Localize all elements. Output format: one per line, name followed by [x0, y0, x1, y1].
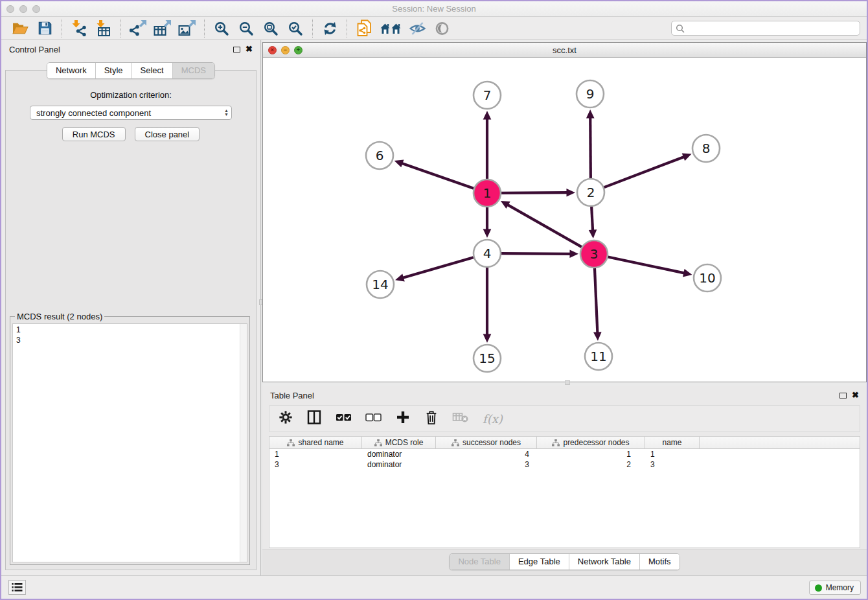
edge-arrowhead	[683, 269, 692, 277]
table-row[interactable]: 3dominator323	[269, 459, 860, 470]
column-label: predecessor nodes	[563, 438, 629, 447]
memory-button[interactable]: Memory	[809, 581, 861, 595]
float-panel-icon[interactable]	[839, 393, 847, 398]
select-all-button[interactable]	[336, 412, 352, 425]
close-panel-button[interactable]: Close panel	[135, 127, 200, 141]
graph-edge-3-10[interactable]	[608, 257, 685, 273]
tab-style[interactable]: Style	[95, 63, 131, 78]
open-session-button[interactable]	[10, 19, 30, 38]
result-line: 1	[16, 325, 244, 335]
table-toolbar: f(x)	[269, 405, 860, 432]
column-header-shared-name[interactable]: shared name	[269, 437, 362, 448]
graph-edge-2-9[interactable]	[590, 117, 591, 178]
table-cell[interactable]: 2	[537, 459, 645, 470]
houses-button[interactable]	[379, 19, 402, 38]
run-mcds-button[interactable]: Run MCDS	[62, 127, 126, 141]
close-panel-icon[interactable]: ✖	[246, 45, 253, 53]
hide-selected-button[interactable]	[407, 19, 427, 38]
result-scrollbar[interactable]	[240, 324, 247, 562]
column-label: shared name	[298, 438, 343, 447]
tab-network[interactable]: Network	[47, 63, 95, 78]
graph-edge-3-1[interactable]	[507, 205, 582, 248]
table-cell[interactable]: 3	[269, 459, 362, 470]
window-titlebar: Session: New Session	[1, 1, 867, 17]
table-cell[interactable]: 1	[645, 449, 700, 459]
export-image-button[interactable]	[177, 19, 197, 38]
network-window-titlebar: × − + scc.txt	[263, 43, 866, 58]
table-cell[interactable]: 4	[436, 449, 537, 459]
criterion-select[interactable]: strongly connected component ▲▼	[30, 106, 232, 120]
result-line: 3	[16, 335, 244, 345]
list-icon	[12, 583, 23, 592]
tab-node-table[interactable]: Node Table	[450, 554, 509, 570]
mcds-result-text[interactable]: 13	[12, 323, 247, 562]
graph-edge-2-3[interactable]	[591, 207, 593, 231]
table-cell[interactable]: 1	[269, 449, 362, 459]
zoom-out-button[interactable]	[236, 19, 256, 38]
table-cell[interactable]: 3	[436, 459, 537, 470]
table-panel-header: Table Panel ✖	[262, 386, 867, 402]
column-header-successor-nodes[interactable]: successor nodes	[436, 437, 537, 448]
attribute-tree-icon	[374, 439, 382, 446]
table-cell[interactable]: 3	[645, 459, 700, 470]
edge-arrowhead	[483, 111, 492, 120]
graph-edge-4-3[interactable]	[501, 253, 571, 254]
table-cell[interactable]: dominator	[362, 449, 436, 459]
import-table-button[interactable]	[94, 19, 113, 38]
export-table-button[interactable]	[153, 19, 172, 38]
duplicate-network-button[interactable]	[354, 19, 374, 38]
column-header-name[interactable]: name	[645, 437, 700, 448]
table-cell[interactable]: dominator	[362, 459, 436, 470]
function-builder-button[interactable]: f(x)	[483, 412, 503, 426]
graph-edge-2-8[interactable]	[604, 157, 685, 187]
delete-row-button[interactable]	[424, 410, 439, 428]
table-cell[interactable]: 1	[537, 449, 645, 459]
export-network-button[interactable]	[128, 19, 148, 38]
graph-node-label: 8	[702, 141, 711, 156]
tab-edge-table[interactable]: Edge Table	[509, 554, 569, 570]
zoom-selected-button[interactable]	[286, 19, 305, 38]
import-network-button[interactable]	[69, 19, 89, 38]
close-panel-icon[interactable]: ✖	[852, 391, 859, 399]
toolbar-separator	[62, 19, 62, 38]
column-header-MCDS-role[interactable]: MCDS role	[362, 437, 436, 448]
graph-node-label: 2	[587, 185, 595, 200]
zoom-in-button[interactable]	[212, 19, 231, 38]
table-tabs: Node Table Edge Table Network Table Moti…	[262, 553, 867, 570]
window-title: Session: New Session	[1, 4, 867, 14]
zoom-in-icon	[214, 21, 229, 36]
show-columns-button[interactable]	[306, 410, 322, 428]
memory-label: Memory	[826, 583, 854, 592]
network-canvas[interactable]: 7968124314101511	[263, 58, 866, 382]
graph-edge-1-6[interactable]	[402, 163, 474, 189]
tab-select[interactable]: Select	[131, 63, 172, 78]
control-panel-title: Control Panel	[9, 45, 60, 54]
import-table-icon	[95, 20, 112, 36]
search-input[interactable]	[687, 24, 856, 33]
save-session-button[interactable]	[35, 19, 54, 38]
graph-node-label: 6	[376, 148, 384, 163]
deselect-all-button[interactable]	[365, 412, 382, 425]
apply-layout-button[interactable]	[320, 19, 339, 38]
table-row[interactable]: 1dominator411	[269, 449, 860, 459]
add-row-button[interactable]	[395, 410, 411, 428]
column-header-predecessor-nodes[interactable]: predecessor nodes	[537, 437, 645, 448]
network-window-title: scc.txt	[263, 45, 866, 55]
graph-edge-3-11[interactable]	[595, 268, 597, 334]
tab-mcds[interactable]: MCDS	[172, 63, 214, 78]
show-all-button[interactable]	[432, 19, 451, 38]
task-history-button[interactable]	[8, 580, 26, 595]
graph-edge-4-14[interactable]	[402, 257, 474, 278]
tab-network-table[interactable]: Network Table	[569, 554, 639, 570]
zoom-fit-button[interactable]	[261, 19, 280, 38]
splitter-grip[interactable]	[565, 380, 570, 385]
memory-status-icon	[815, 584, 822, 592]
graph-node-label: 9	[586, 86, 595, 102]
graph-edge-1-2[interactable]	[501, 192, 568, 193]
eye-icon	[434, 21, 450, 36]
toolbar-search[interactable]	[671, 21, 860, 36]
float-panel-icon[interactable]	[233, 47, 240, 52]
tab-motifs[interactable]: Motifs	[639, 554, 680, 570]
delete-table-button[interactable]	[452, 411, 469, 426]
table-settings-button[interactable]	[279, 410, 293, 427]
